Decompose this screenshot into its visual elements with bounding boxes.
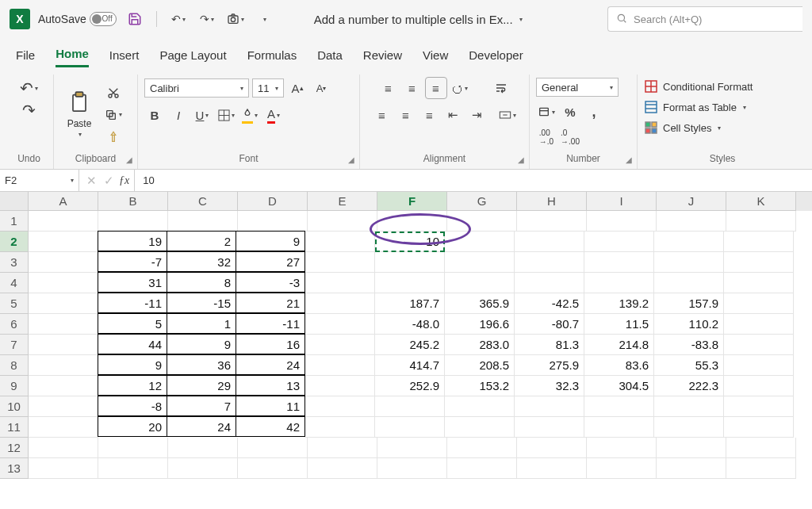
cell-F10[interactable] <box>375 396 445 417</box>
cell-D3[interactable]: 27 <box>236 251 305 272</box>
cell-F1[interactable] <box>377 211 447 232</box>
cell-E4[interactable] <box>305 273 375 293</box>
cell-F6[interactable]: -48.0 <box>375 314 445 335</box>
tab-home[interactable]: Home <box>56 42 89 67</box>
wrap-text-button[interactable] <box>491 78 511 98</box>
cell-K7[interactable] <box>724 335 794 355</box>
autosave-toggle[interactable]: AutoSave Off <box>38 12 117 26</box>
spreadsheet-grid[interactable]: ABCDEFGHIJK 121929103-732274318-35-11-15… <box>0 192 812 479</box>
cell-C13[interactable] <box>168 458 238 479</box>
cell-B2[interactable]: 19 <box>98 231 167 251</box>
cell-D6[interactable]: -11 <box>236 313 305 334</box>
cell-I3[interactable] <box>584 252 654 273</box>
row-header-3[interactable]: 3 <box>0 252 29 273</box>
tab-insert[interactable]: Insert <box>109 44 140 67</box>
cell-I12[interactable] <box>587 438 657 458</box>
underline-button[interactable]: U▾ <box>192 105 213 125</box>
column-header-E[interactable]: E <box>308 192 377 211</box>
cell-J1[interactable] <box>657 211 726 232</box>
align-top-button[interactable]: ≡ <box>378 78 399 98</box>
column-header-H[interactable]: H <box>517 192 587 211</box>
cell-G4[interactable] <box>445 273 515 293</box>
search-input[interactable]: Search (Alt+Q) <box>607 6 802 32</box>
cell-B1[interactable] <box>98 211 168 232</box>
redo-button[interactable]: ↷▾ <box>197 9 217 29</box>
cell-H4[interactable] <box>515 273 584 293</box>
cell-D8[interactable]: 24 <box>236 354 305 375</box>
cell-K6[interactable] <box>724 314 794 335</box>
cell-A7[interactable] <box>29 335 98 355</box>
format-as-table-button[interactable]: Format as Table▾ <box>644 98 746 116</box>
cell-I2[interactable] <box>584 232 654 252</box>
column-header-C[interactable]: C <box>168 192 238 211</box>
merge-center-button[interactable]: ▾ <box>497 105 518 125</box>
cell-G11[interactable] <box>445 417 515 438</box>
toggle-switch-icon[interactable]: Off <box>90 12 117 26</box>
cell-J9[interactable]: 222.3 <box>654 376 724 396</box>
cell-F12[interactable] <box>377 438 447 458</box>
cell-D1[interactable] <box>238 211 308 232</box>
cell-E6[interactable] <box>305 314 375 335</box>
align-center-button[interactable]: ≡ <box>396 105 416 125</box>
cell-K9[interactable] <box>724 376 794 396</box>
increase-indent-button[interactable]: ⇥ <box>467 105 488 125</box>
cell-H6[interactable]: -80.7 <box>515 314 584 335</box>
cell-K4[interactable] <box>724 273 794 293</box>
cell-G12[interactable] <box>447 438 517 458</box>
bold-button[interactable]: B <box>144 105 165 125</box>
cell-J10[interactable] <box>654 396 724 417</box>
cell-C5[interactable]: -15 <box>167 293 236 313</box>
fx-icon[interactable]: ƒx <box>119 174 129 187</box>
cell-A11[interactable] <box>29 417 98 438</box>
cell-C7[interactable]: 9 <box>167 334 236 354</box>
cell-D2[interactable]: 9 <box>236 231 305 251</box>
cell-F8[interactable]: 414.7 <box>375 355 445 376</box>
tab-data[interactable]: Data <box>317 44 343 67</box>
cell-B6[interactable]: 5 <box>98 313 167 334</box>
cell-C3[interactable]: 32 <box>167 251 236 272</box>
cell-K12[interactable] <box>726 438 796 458</box>
cell-I4[interactable] <box>584 273 654 293</box>
cell-D12[interactable] <box>238 438 308 458</box>
decrease-decimal-button[interactable]: .0→.00 <box>560 127 580 147</box>
row-header-10[interactable]: 10 <box>0 396 29 417</box>
cell-H11[interactable] <box>515 417 584 438</box>
font-size-select[interactable]: 11▾ <box>252 78 284 98</box>
cell-B13[interactable] <box>98 458 168 479</box>
align-left-button[interactable]: ≡ <box>372 105 393 125</box>
tab-view[interactable]: View <box>423 44 448 67</box>
cell-E8[interactable] <box>305 355 375 376</box>
paste-button[interactable]: Paste ▾ <box>60 86 98 144</box>
cell-C8[interactable]: 36 <box>167 354 236 375</box>
column-header-D[interactable]: D <box>238 192 308 211</box>
cell-K2[interactable] <box>724 232 794 252</box>
cell-E9[interactable] <box>305 376 375 396</box>
row-header-13[interactable]: 13 <box>0 458 29 479</box>
decrease-font-button[interactable]: A▾ <box>311 78 331 98</box>
cell-E7[interactable] <box>305 335 375 355</box>
cell-C10[interactable]: 7 <box>167 396 236 416</box>
align-middle-button[interactable]: ≡ <box>402 78 423 98</box>
cell-C4[interactable]: 8 <box>167 272 236 293</box>
cell-B5[interactable]: -11 <box>98 293 167 313</box>
cell-I10[interactable] <box>584 396 654 417</box>
cell-D10[interactable]: 11 <box>236 396 305 416</box>
number-format-select[interactable]: General▾ <box>536 78 619 97</box>
cell-B12[interactable] <box>98 438 168 458</box>
cell-D9[interactable]: 13 <box>236 375 305 396</box>
cell-F9[interactable]: 252.9 <box>375 376 445 396</box>
cell-A10[interactable] <box>29 396 98 417</box>
fill-color-button[interactable]: ▾ <box>239 105 260 125</box>
format-painter-button[interactable] <box>103 127 124 147</box>
cell-F4[interactable] <box>375 273 445 293</box>
cell-G6[interactable]: 196.6 <box>445 314 515 335</box>
cell-J13[interactable] <box>657 458 726 479</box>
comma-format-button[interactable]: , <box>584 101 604 122</box>
font-launcher[interactable]: ◢ <box>348 155 354 164</box>
column-header-B[interactable]: B <box>98 192 168 211</box>
cell-K10[interactable] <box>724 396 794 417</box>
document-title[interactable]: Add a number to multiple cells in Ex... … <box>314 13 523 26</box>
cell-J12[interactable] <box>657 438 726 458</box>
alignment-launcher[interactable]: ◢ <box>518 155 524 164</box>
cell-A4[interactable] <box>29 273 98 293</box>
